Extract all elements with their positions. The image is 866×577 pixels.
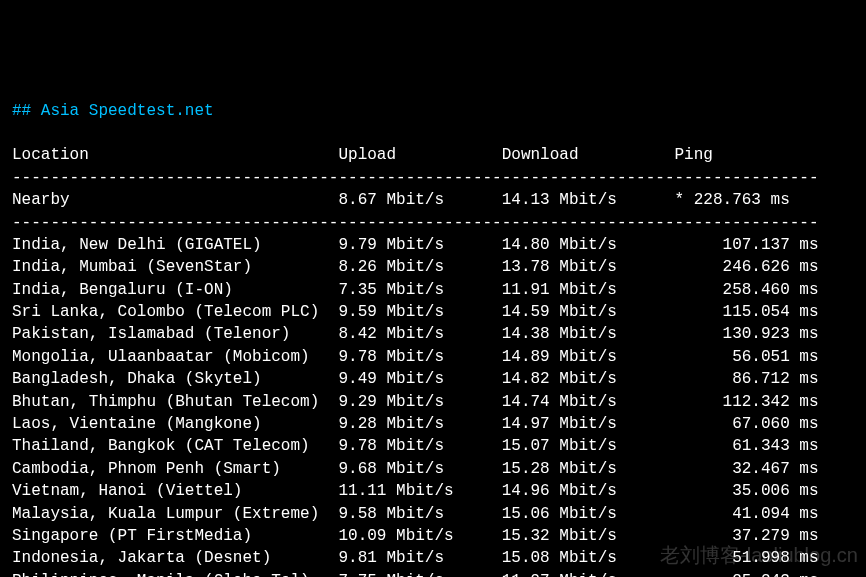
cell-download: 11.97 Mbit/s: [502, 572, 675, 577]
table-row: Indonesia, Jakarta (Desnet) 9.81 Mbit/s …: [12, 549, 819, 567]
cell-upload: 9.81 Mbit/s: [338, 549, 501, 567]
cell-upload: 9.78 Mbit/s: [338, 348, 501, 366]
cell-ping: 56.051 ms: [675, 348, 819, 366]
cell-upload: 7.35 Mbit/s: [338, 281, 501, 299]
cell-ping: 115.054 ms: [675, 303, 819, 321]
cell-ping: 86.712 ms: [675, 370, 819, 388]
cell-location: Cambodia, Phnom Penh (Smart): [12, 460, 338, 478]
cell-location: Indonesia, Jakarta (Desnet): [12, 549, 338, 567]
cell-ping: 41.094 ms: [675, 505, 819, 523]
cell-upload: 9.79 Mbit/s: [338, 236, 501, 254]
table-row: India, New Delhi (GIGATEL) 9.79 Mbit/s 1…: [12, 236, 819, 254]
cell-location: India, Bengaluru (I-ON): [12, 281, 338, 299]
cell-upload: 11.11 Mbit/s: [338, 482, 501, 500]
cell-upload: 9.68 Mbit/s: [338, 460, 501, 478]
cell-download: 15.28 Mbit/s: [502, 460, 675, 478]
table-row: Cambodia, Phnom Penh (Smart) 9.68 Mbit/s…: [12, 460, 819, 478]
cell-location: Vietnam, Hanoi (Viettel): [12, 482, 338, 500]
table-row: Bangladesh, Dhaka (Skytel) 9.49 Mbit/s 1…: [12, 370, 819, 388]
cell-location: India, New Delhi (GIGATEL): [12, 236, 338, 254]
cell-location: Thailand, Bangkok (CAT Telecom): [12, 437, 338, 455]
cell-download: 14.96 Mbit/s: [502, 482, 675, 500]
cell-location: Bhutan, Thimphu (Bhutan Telecom): [12, 393, 338, 411]
cell-download: 11.91 Mbit/s: [502, 281, 675, 299]
cell-ping: 35.006 ms: [675, 482, 819, 500]
cell-upload: 9.49 Mbit/s: [338, 370, 501, 388]
table-row: India, Mumbai (SevenStar) 8.26 Mbit/s 13…: [12, 258, 819, 276]
cell-ping: 67.060 ms: [675, 415, 819, 433]
cell-location: Malaysia, Kuala Lumpur (Extreme): [12, 505, 338, 523]
terminal-output: ## Asia Speedtest.net Location Upload Do…: [12, 100, 854, 577]
table-row: Malaysia, Kuala Lumpur (Extreme) 9.58 Mb…: [12, 505, 819, 523]
cell-download: 14.97 Mbit/s: [502, 415, 675, 433]
table-row: Vietnam, Hanoi (Viettel) 11.11 Mbit/s 14…: [12, 482, 819, 500]
cell-ping: 51.998 ms: [675, 549, 819, 567]
cell-upload: 9.28 Mbit/s: [338, 415, 501, 433]
table-row: Bhutan, Thimphu (Bhutan Telecom) 9.29 Mb…: [12, 393, 819, 411]
table-row: Philippines, Manila (Globe Tel) 7.75 Mbi…: [12, 572, 819, 577]
cell-location: Bangladesh, Dhaka (Skytel): [12, 370, 338, 388]
cell-download: 13.78 Mbit/s: [502, 258, 675, 276]
cell-location: Singapore (PT FirstMedia): [12, 527, 338, 545]
cell-location: Laos, Vientaine (Mangkone): [12, 415, 338, 433]
cell-upload: 9.59 Mbit/s: [338, 303, 501, 321]
divider: ----------------------------------------…: [12, 169, 819, 187]
cell-download: 15.32 Mbit/s: [502, 527, 675, 545]
cell-download: 14.38 Mbit/s: [502, 325, 675, 343]
cell-download: 15.07 Mbit/s: [502, 437, 675, 455]
table-row: Sri Lanka, Colombo (Telecom PLC) 9.59 Mb…: [12, 303, 819, 321]
cell-upload: 9.29 Mbit/s: [338, 393, 501, 411]
cell-location: Sri Lanka, Colombo (Telecom PLC): [12, 303, 338, 321]
column-header-upload: Upload: [338, 146, 501, 164]
cell-upload: 7.75 Mbit/s: [338, 572, 501, 577]
cell-upload: 9.58 Mbit/s: [338, 505, 501, 523]
nearby-download: 14.13 Mbit/s: [502, 191, 675, 209]
cell-download: 14.80 Mbit/s: [502, 236, 675, 254]
cell-upload: 10.09 Mbit/s: [338, 527, 501, 545]
nearby-ping: * 228.763 ms: [675, 191, 790, 209]
cell-ping: 37.279 ms: [675, 527, 819, 545]
divider: ----------------------------------------…: [12, 214, 819, 232]
cell-location: Pakistan, Islamabad (Telenor): [12, 325, 338, 343]
column-header-download: Download: [502, 146, 675, 164]
cell-upload: 9.78 Mbit/s: [338, 437, 501, 455]
cell-ping: 246.626 ms: [675, 258, 819, 276]
cell-upload: 8.26 Mbit/s: [338, 258, 501, 276]
table-row: Thailand, Bangkok (CAT Telecom) 9.78 Mbi…: [12, 437, 819, 455]
cell-location: India, Mumbai (SevenStar): [12, 258, 338, 276]
nearby-upload: 8.67 Mbit/s: [338, 191, 501, 209]
cell-ping: 107.137 ms: [675, 236, 819, 254]
cell-location: Philippines, Manila (Globe Tel): [12, 572, 338, 577]
table-row: Laos, Vientaine (Mangkone) 9.28 Mbit/s 1…: [12, 415, 819, 433]
table-row: Pakistan, Islamabad (Telenor) 8.42 Mbit/…: [12, 325, 819, 343]
cell-ping: 61.343 ms: [675, 437, 819, 455]
cell-download: 14.59 Mbit/s: [502, 303, 675, 321]
cell-ping: 130.923 ms: [675, 325, 819, 343]
nearby-label: Nearby: [12, 191, 338, 209]
cell-download: 14.89 Mbit/s: [502, 348, 675, 366]
cell-download: 14.82 Mbit/s: [502, 370, 675, 388]
table-row: Singapore (PT FirstMedia) 10.09 Mbit/s 1…: [12, 527, 819, 545]
table-row: Mongolia, Ulaanbaatar (Mobicom) 9.78 Mbi…: [12, 348, 819, 366]
cell-upload: 8.42 Mbit/s: [338, 325, 501, 343]
cell-ping: 25.243 ms: [675, 572, 819, 577]
cell-download: 15.06 Mbit/s: [502, 505, 675, 523]
cell-ping: 258.460 ms: [675, 281, 819, 299]
column-header-ping: Ping: [675, 146, 713, 164]
column-header-location: Location: [12, 146, 338, 164]
cell-ping: 32.467 ms: [675, 460, 819, 478]
cell-download: 15.08 Mbit/s: [502, 549, 675, 567]
cell-ping: 112.342 ms: [675, 393, 819, 411]
cell-location: Mongolia, Ulaanbaatar (Mobicom): [12, 348, 338, 366]
section-title: ## Asia Speedtest.net: [12, 102, 214, 120]
table-row: India, Bengaluru (I-ON) 7.35 Mbit/s 11.9…: [12, 281, 819, 299]
cell-download: 14.74 Mbit/s: [502, 393, 675, 411]
